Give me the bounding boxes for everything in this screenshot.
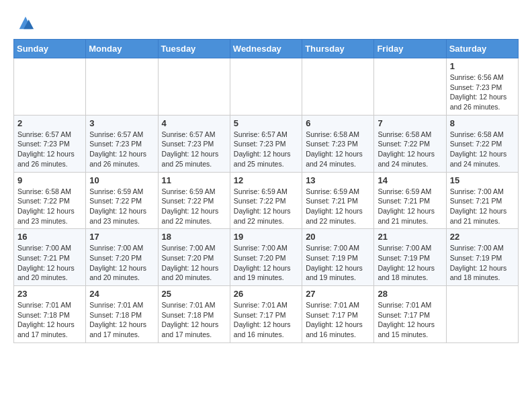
calendar-cell: 24Sunrise: 7:01 AM Sunset: 7:18 PM Dayli… — [86, 286, 158, 343]
day-info: Sunrise: 6:59 AM Sunset: 7:21 PM Dayligh… — [378, 187, 442, 226]
calendar-cell: 17Sunrise: 7:00 AM Sunset: 7:20 PM Dayli… — [86, 229, 158, 286]
day-number: 4 — [162, 118, 226, 128]
day-number: 27 — [306, 289, 370, 299]
day-number: 23 — [17, 289, 82, 299]
calendar-cell: 20Sunrise: 7:00 AM Sunset: 7:19 PM Dayli… — [302, 229, 374, 286]
dow-header: Friday — [374, 40, 446, 58]
day-number: 7 — [378, 118, 442, 128]
day-info: Sunrise: 7:00 AM Sunset: 7:20 PM Dayligh… — [234, 243, 298, 283]
calendar-cell: 28Sunrise: 7:01 AM Sunset: 7:17 PM Dayli… — [374, 286, 446, 343]
day-number: 21 — [378, 232, 442, 242]
calendar-cell: 25Sunrise: 7:01 AM Sunset: 7:18 PM Dayli… — [158, 286, 230, 343]
day-number: 2 — [17, 118, 82, 128]
calendar-cell: 10Sunrise: 6:59 AM Sunset: 7:22 PM Dayli… — [86, 172, 158, 229]
calendar-cell: 12Sunrise: 6:59 AM Sunset: 7:22 PM Dayli… — [230, 172, 302, 229]
calendar-cell: 13Sunrise: 6:59 AM Sunset: 7:21 PM Dayli… — [302, 172, 374, 229]
calendar-cell: 19Sunrise: 7:00 AM Sunset: 7:20 PM Dayli… — [230, 229, 302, 286]
calendar-cell: 1Sunrise: 6:56 AM Sunset: 7:23 PM Daylig… — [446, 58, 518, 116]
day-number: 24 — [89, 289, 154, 299]
dow-header: Tuesday — [158, 40, 230, 58]
calendar-cell — [230, 58, 302, 116]
day-number: 17 — [89, 232, 154, 242]
day-info: Sunrise: 6:56 AM Sunset: 7:23 PM Dayligh… — [450, 73, 515, 112]
day-number: 16 — [17, 232, 82, 242]
logo-icon — [16, 13, 35, 32]
day-number: 3 — [89, 118, 154, 128]
calendar-cell — [158, 58, 230, 116]
day-number: 5 — [234, 118, 298, 128]
calendar-cell: 18Sunrise: 7:00 AM Sunset: 7:20 PM Dayli… — [158, 229, 230, 286]
day-number: 1 — [450, 61, 515, 71]
day-number: 15 — [450, 175, 515, 185]
day-info: Sunrise: 7:00 AM Sunset: 7:19 PM Dayligh… — [306, 243, 370, 283]
calendar-cell: 15Sunrise: 7:00 AM Sunset: 7:21 PM Dayli… — [446, 172, 518, 229]
calendar-table: SundayMondayTuesdayWednesdayThursdayFrid… — [13, 39, 519, 343]
day-number: 8 — [450, 118, 515, 128]
day-info: Sunrise: 7:01 AM Sunset: 7:17 PM Dayligh… — [378, 300, 442, 340]
day-number: 13 — [306, 175, 370, 185]
day-info: Sunrise: 6:57 AM Sunset: 7:23 PM Dayligh… — [89, 130, 154, 169]
calendar-cell: 8Sunrise: 6:58 AM Sunset: 7:22 PM Daylig… — [446, 115, 518, 172]
calendar-cell: 23Sunrise: 7:01 AM Sunset: 7:18 PM Dayli… — [14, 286, 86, 343]
day-info: Sunrise: 6:58 AM Sunset: 7:22 PM Dayligh… — [378, 130, 442, 169]
day-number: 22 — [450, 232, 515, 242]
calendar-cell — [374, 58, 446, 116]
day-info: Sunrise: 7:00 AM Sunset: 7:19 PM Dayligh… — [378, 243, 442, 283]
calendar-cell — [446, 286, 518, 343]
calendar-cell — [302, 58, 374, 116]
logo — [13, 13, 38, 32]
dow-header: Sunday — [14, 40, 86, 58]
calendar-cell: 5Sunrise: 6:57 AM Sunset: 7:23 PM Daylig… — [230, 115, 302, 172]
calendar-cell: 14Sunrise: 6:59 AM Sunset: 7:21 PM Dayli… — [374, 172, 446, 229]
calendar-cell: 27Sunrise: 7:01 AM Sunset: 7:17 PM Dayli… — [302, 286, 374, 343]
dow-header: Thursday — [302, 40, 374, 58]
day-info: Sunrise: 7:01 AM Sunset: 7:17 PM Dayligh… — [306, 300, 370, 340]
day-info: Sunrise: 7:00 AM Sunset: 7:21 PM Dayligh… — [450, 187, 515, 226]
calendar-cell: 3Sunrise: 6:57 AM Sunset: 7:23 PM Daylig… — [86, 115, 158, 172]
day-number: 11 — [162, 175, 226, 185]
day-info: Sunrise: 6:57 AM Sunset: 7:23 PM Dayligh… — [162, 130, 226, 169]
calendar-cell: 6Sunrise: 6:58 AM Sunset: 7:23 PM Daylig… — [302, 115, 374, 172]
day-number: 18 — [162, 232, 226, 242]
day-info: Sunrise: 6:58 AM Sunset: 7:22 PM Dayligh… — [17, 187, 82, 226]
calendar-cell — [14, 58, 86, 116]
calendar-cell: 16Sunrise: 7:00 AM Sunset: 7:21 PM Dayli… — [14, 229, 86, 286]
day-number: 10 — [89, 175, 154, 185]
calendar-cell: 11Sunrise: 6:59 AM Sunset: 7:22 PM Dayli… — [158, 172, 230, 229]
day-number: 14 — [378, 175, 442, 185]
day-info: Sunrise: 7:01 AM Sunset: 7:18 PM Dayligh… — [17, 300, 82, 340]
day-info: Sunrise: 7:00 AM Sunset: 7:21 PM Dayligh… — [17, 243, 82, 283]
day-number: 20 — [306, 232, 370, 242]
page-header — [13, 13, 519, 32]
day-info: Sunrise: 7:01 AM Sunset: 7:18 PM Dayligh… — [162, 300, 226, 340]
calendar-cell: 26Sunrise: 7:01 AM Sunset: 7:17 PM Dayli… — [230, 286, 302, 343]
day-info: Sunrise: 6:58 AM Sunset: 7:22 PM Dayligh… — [450, 130, 515, 169]
day-number: 28 — [378, 289, 442, 299]
day-number: 26 — [234, 289, 298, 299]
day-info: Sunrise: 7:00 AM Sunset: 7:20 PM Dayligh… — [162, 243, 226, 283]
day-info: Sunrise: 7:00 AM Sunset: 7:20 PM Dayligh… — [89, 243, 154, 283]
calendar-cell — [86, 58, 158, 116]
day-info: Sunrise: 6:59 AM Sunset: 7:21 PM Dayligh… — [306, 187, 370, 226]
calendar-cell: 2Sunrise: 6:57 AM Sunset: 7:23 PM Daylig… — [14, 115, 86, 172]
day-info: Sunrise: 7:01 AM Sunset: 7:17 PM Dayligh… — [234, 300, 298, 340]
day-info: Sunrise: 6:58 AM Sunset: 7:23 PM Dayligh… — [306, 130, 370, 169]
calendar-cell: 9Sunrise: 6:58 AM Sunset: 7:22 PM Daylig… — [14, 172, 86, 229]
day-info: Sunrise: 6:57 AM Sunset: 7:23 PM Dayligh… — [234, 130, 298, 169]
day-info: Sunrise: 6:57 AM Sunset: 7:23 PM Dayligh… — [17, 130, 82, 169]
day-number: 19 — [234, 232, 298, 242]
day-info: Sunrise: 6:59 AM Sunset: 7:22 PM Dayligh… — [234, 187, 298, 226]
calendar-cell: 21Sunrise: 7:00 AM Sunset: 7:19 PM Dayli… — [374, 229, 446, 286]
dow-header: Monday — [86, 40, 158, 58]
day-number: 9 — [17, 175, 82, 185]
calendar-cell: 22Sunrise: 7:00 AM Sunset: 7:19 PM Dayli… — [446, 229, 518, 286]
day-number: 12 — [234, 175, 298, 185]
calendar-cell: 4Sunrise: 6:57 AM Sunset: 7:23 PM Daylig… — [158, 115, 230, 172]
dow-header: Saturday — [446, 40, 518, 58]
dow-header: Wednesday — [230, 40, 302, 58]
day-number: 6 — [306, 118, 370, 128]
day-info: Sunrise: 7:00 AM Sunset: 7:19 PM Dayligh… — [450, 243, 515, 283]
calendar-cell: 7Sunrise: 6:58 AM Sunset: 7:22 PM Daylig… — [374, 115, 446, 172]
day-info: Sunrise: 6:59 AM Sunset: 7:22 PM Dayligh… — [162, 187, 226, 226]
day-number: 25 — [162, 289, 226, 299]
